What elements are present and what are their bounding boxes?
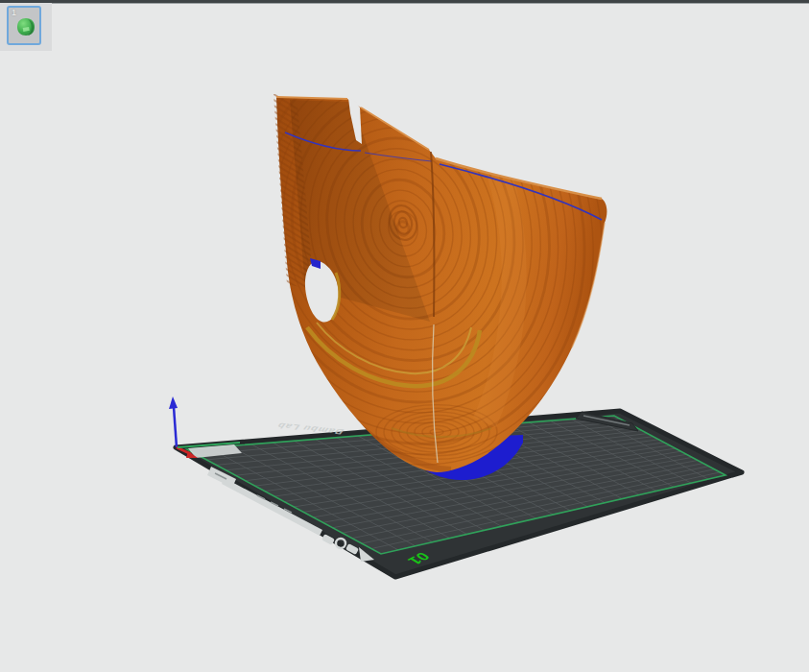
z-axis-arrowhead-icon	[169, 396, 178, 409]
plate-gallery: 1	[0, 3, 52, 51]
top-divider	[0, 0, 809, 4]
plate-brand-label: Bambu Lab	[274, 421, 346, 436]
z-axis-icon	[174, 407, 177, 447]
slicer-3d-scene: Bambu Lab 01	[0, 0, 809, 672]
plate-object-icon	[14, 15, 37, 38]
plate-thumbnail-1[interactable]: 1	[7, 6, 41, 45]
viewport-3d[interactable]: Bambu Lab 01	[0, 0, 809, 672]
